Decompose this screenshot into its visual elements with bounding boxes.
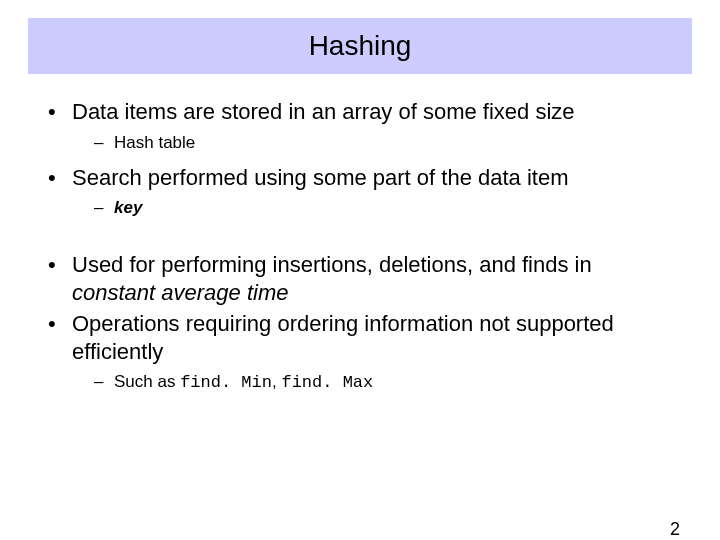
bullet-1-text-a: Data items are stored in an bbox=[72, 99, 342, 124]
bullet-4-code2: find. Max bbox=[281, 373, 373, 392]
bullet-3-constant: constant bbox=[72, 280, 155, 305]
bullet-3-a: Used for performing insertions, deletion… bbox=[72, 252, 592, 277]
bullet-2-text: Search performed using some part of the … bbox=[72, 165, 568, 190]
bullet-3-time: time bbox=[247, 280, 289, 305]
bullet-2: Search performed using some part of the … bbox=[48, 164, 672, 220]
title-bar: Hashing bbox=[28, 18, 692, 74]
bullet-2-sub-item: key bbox=[72, 197, 672, 219]
spacer bbox=[48, 229, 672, 251]
bullet-4-sub-item: Such as find. Min, find. Max bbox=[72, 371, 672, 394]
page-number: 2 bbox=[670, 519, 680, 540]
bullet-4-sub: Such as find. Min, find. Max bbox=[72, 371, 672, 394]
bullet-1-sub-item: Hash table bbox=[72, 132, 672, 154]
bullet-4: Operations requiring ordering informatio… bbox=[48, 310, 672, 394]
bullet-1-sub: Hash table bbox=[72, 132, 672, 154]
bullet-1-sub-text: Hash table bbox=[114, 133, 195, 152]
bullet-2-sub: key bbox=[72, 197, 672, 219]
bullet-1: Data items are stored in an array of som… bbox=[48, 98, 672, 154]
slide-title: Hashing bbox=[28, 30, 692, 62]
bullet-2-sub-key: key bbox=[114, 198, 142, 217]
bullet-1-array: array bbox=[342, 99, 392, 124]
bullet-3-average: average bbox=[161, 280, 241, 305]
bullet-4-a: Operations requiring bbox=[72, 311, 277, 336]
bullet-4-ordering: ordering bbox=[277, 311, 358, 336]
bullet-4-sub-prefix: Such as bbox=[114, 372, 180, 391]
bullet-list-2: Used for performing insertions, deletion… bbox=[48, 251, 672, 394]
bullet-3: Used for performing insertions, deletion… bbox=[48, 251, 672, 306]
bullet-4-code1: find. Min bbox=[180, 373, 272, 392]
slide: Hashing Data items are stored in an arra… bbox=[0, 18, 720, 540]
bullet-list: Data items are stored in an array of som… bbox=[48, 98, 672, 219]
bullet-1-text-c: of some fixed size bbox=[392, 99, 574, 124]
content-area: Data items are stored in an array of som… bbox=[48, 98, 672, 394]
